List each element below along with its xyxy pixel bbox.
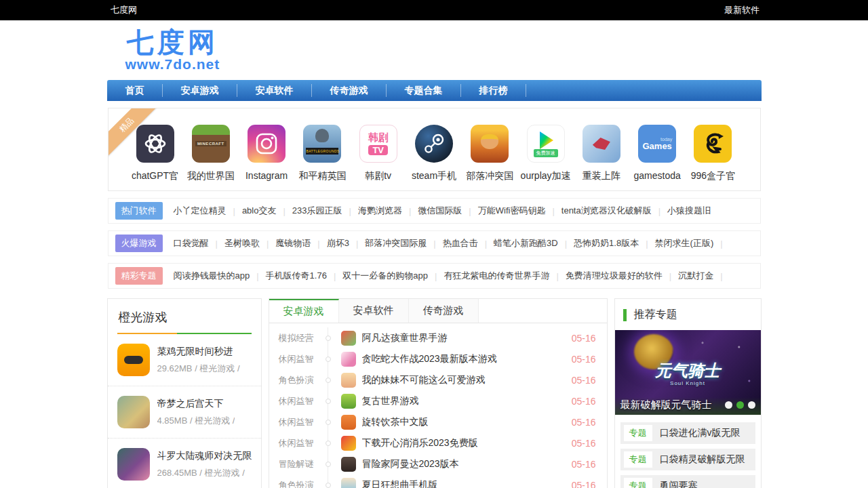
featured-app-mech[interactable]: 重装上阵: [574, 125, 629, 182]
topic-banner-soul-knight[interactable]: 元气骑士 Soul Knight 最新破解版元气骑士: [615, 330, 761, 415]
hot-link[interactable]: 部落冲突国际服: [365, 237, 427, 249]
main-content: 橙光游戏 菜鸡无限时间秒进 29.62MB / 橙光游戏 / 帝梦之后宫天下 4…: [107, 298, 762, 488]
featured-app-996box[interactable]: 996盒子官: [685, 125, 741, 182]
left-panel-underline: [117, 333, 252, 334]
carousel-dot[interactable]: [725, 401, 732, 409]
link-divider: |: [433, 239, 435, 249]
table-row[interactable]: 角色扮演 夏日狂想曲手机版 05-16: [269, 474, 607, 488]
link-divider: |: [565, 239, 567, 249]
hot-link[interactable]: 圣树唤歌: [224, 237, 260, 249]
timeline-marker: [321, 474, 336, 488]
game-thumb-icon: [341, 394, 356, 409]
link-divider: |: [349, 206, 351, 216]
hot-link[interactable]: 蜡笔小新跑酷3D: [494, 237, 558, 249]
game-category: 模拟经营: [279, 332, 321, 344]
site-logo[interactable]: 七度网 www.7do.net: [125, 28, 220, 73]
hot-link[interactable]: 手机版传奇1.76: [266, 270, 327, 282]
featured-app-minecraft[interactable]: MINECRAFT 我的世界国: [183, 125, 239, 182]
game-category: 休闲益智: [279, 437, 321, 449]
featured-app-gamestoday[interactable]: today Games gamestoda: [629, 125, 685, 182]
topic-item[interactable]: 专题 勇闯要塞: [620, 475, 755, 488]
instagram-icon: [248, 125, 285, 163]
hot-link[interactable]: 微信国际版: [418, 205, 462, 217]
list-item[interactable]: 帝梦之后宫天下 4.85MB / 橙光游戏 /: [108, 386, 261, 438]
game-date: 05-16: [572, 333, 596, 344]
hot-link[interactable]: 免费清理垃圾最好的软件: [566, 270, 663, 282]
hot-link[interactable]: 禁闭求生(正版): [655, 237, 714, 249]
hot-link[interactable]: 233乐园正版: [292, 205, 342, 217]
nav-item-home[interactable]: 首页: [107, 80, 163, 101]
game-thumb-icon: [341, 415, 356, 430]
hot-link[interactable]: 崩坏3: [327, 237, 349, 249]
timeline-marker: [321, 327, 336, 348]
nav-item-android-software[interactable]: 安卓软件: [237, 80, 312, 101]
topic-item[interactable]: 专题 口袋进化满v版无限: [620, 422, 755, 444]
nav-item-android-games[interactable]: 安卓游戏: [163, 80, 237, 101]
hot-link[interactable]: tenta浏览器汉化破解版: [561, 205, 652, 217]
game-title: 旋转饮茶中文版: [362, 416, 566, 428]
topbar-site-link[interactable]: 七度网: [111, 4, 137, 16]
topbar-latest-software-link[interactable]: 最新软件: [724, 4, 760, 16]
hot-link[interactable]: 沉默打金: [678, 270, 713, 282]
tab-android-software[interactable]: 安卓软件: [339, 299, 409, 323]
nav-item-legend-games[interactable]: 传奇游戏: [312, 80, 387, 101]
topic-item[interactable]: 专题 口袋精灵破解版无限: [620, 449, 755, 470]
featured-app-steam[interactable]: steam手机: [406, 125, 462, 182]
table-row[interactable]: 休闲益智 旋转饮茶中文版 05-16: [269, 411, 607, 432]
link-divider: |: [233, 206, 235, 216]
nav-item-rankings[interactable]: 排行榜: [461, 80, 526, 101]
hot-link[interactable]: 小丫定位精灵: [174, 205, 226, 217]
game-title: 复古世界游戏: [362, 395, 566, 407]
link-divider: |: [334, 271, 336, 281]
topic-badge: 专题: [624, 478, 652, 488]
featured-app-clash[interactable]: 部落冲突国: [462, 125, 517, 182]
featured-app-label: 韩剧tv: [365, 170, 391, 182]
carousel-dot[interactable]: [748, 401, 755, 409]
link-divider: |: [409, 206, 411, 216]
table-row[interactable]: 休闲益智 复古世界游戏 05-16: [269, 390, 607, 411]
featured-app-label: 和平精英国: [298, 170, 346, 182]
hot-link[interactable]: 魔镜物语: [275, 237, 311, 249]
featured-app-pubg[interactable]: BATTLEGROUNDS 和平精英国: [294, 125, 350, 182]
table-row[interactable]: 休闲益智 下载开心消消乐2023免费版 05-16: [269, 432, 607, 453]
hot-link[interactable]: 万能Wifi密码钥匙: [478, 205, 546, 217]
link-divider: |: [552, 206, 554, 216]
hot-topics-badge[interactable]: 精彩专题: [115, 267, 163, 285]
tab-android-games[interactable]: 安卓游戏: [269, 299, 339, 323]
featured-app-chatgpt[interactable]: chatGPT官: [127, 125, 183, 182]
hot-link[interactable]: 海鹦浏览器: [358, 205, 402, 217]
center-panel-game-list: 安卓游戏 安卓软件 传奇游戏 模拟经营 阿凡达孩童世界手游 05-16 休闲益智…: [269, 298, 608, 488]
game-title: 菜鸡无限时间秒进: [157, 346, 240, 358]
game-title: 帝梦之后宫天下: [157, 398, 235, 410]
green-accent-bar: [623, 309, 627, 321]
featured-app-label: chatGPT官: [132, 170, 178, 182]
hot-link[interactable]: 口袋觉醒: [174, 237, 209, 249]
hot-link[interactable]: 小猿搜题旧: [667, 205, 711, 217]
topic-title: 口袋进化满v版无限: [660, 427, 741, 439]
carousel-dot-active[interactable]: [736, 401, 744, 409]
table-row[interactable]: 冒险解谜 冒险家阿曼达2023版本 05-16: [269, 453, 607, 474]
tab-legend-games[interactable]: 传奇游戏: [409, 299, 479, 323]
list-item[interactable]: 菜鸡无限时间秒进 29.62MB / 橙光游戏 /: [108, 334, 261, 386]
pubg-icon: BATTLEGROUNDS: [303, 125, 341, 163]
clash-icon: [471, 125, 509, 163]
table-row[interactable]: 角色扮演 我的妹妹不可能这么可爱游戏 05-16: [269, 369, 607, 390]
nav-item-topic-collections[interactable]: 专题合集: [387, 80, 461, 101]
hot-link[interactable]: 双十一必备的购物app: [342, 270, 428, 282]
featured-app-hanju-tv[interactable]: 韩剧 TV 韩剧tv: [351, 125, 406, 182]
hot-link[interactable]: 热血合击: [443, 237, 478, 249]
list-item[interactable]: 斗罗大陆魂师对决无限金 268.45MB / 橙光游戏 /: [108, 438, 261, 488]
table-row[interactable]: 模拟经营 阿凡达孩童世界手游 05-16: [269, 327, 607, 348]
table-row[interactable]: 休闲益智 贪吃蛇大作战2023最新版本游戏 05-16: [269, 348, 607, 369]
featured-app-ourplay[interactable]: 免费加速 ourplay加速: [518, 125, 574, 182]
hot-link[interactable]: 阅读挣钱最快的app: [174, 270, 250, 282]
minecraft-icon-text: MINECRAFT: [195, 141, 226, 146]
hot-link[interactable]: 有狂龙紫电的传奇世界手游: [443, 270, 549, 282]
hot-games-badge[interactable]: 火爆游戏: [115, 235, 163, 252]
game-date: 05-16: [572, 480, 596, 488]
game-meta: 268.45MB / 橙光游戏 /: [157, 467, 252, 479]
featured-app-instagram[interactable]: Instagram: [239, 125, 294, 182]
hot-link[interactable]: 恐怖奶奶1.8版本: [574, 237, 639, 249]
hot-link[interactable]: ablo交友: [242, 205, 277, 217]
hot-software-badge[interactable]: 热门软件: [115, 202, 163, 220]
